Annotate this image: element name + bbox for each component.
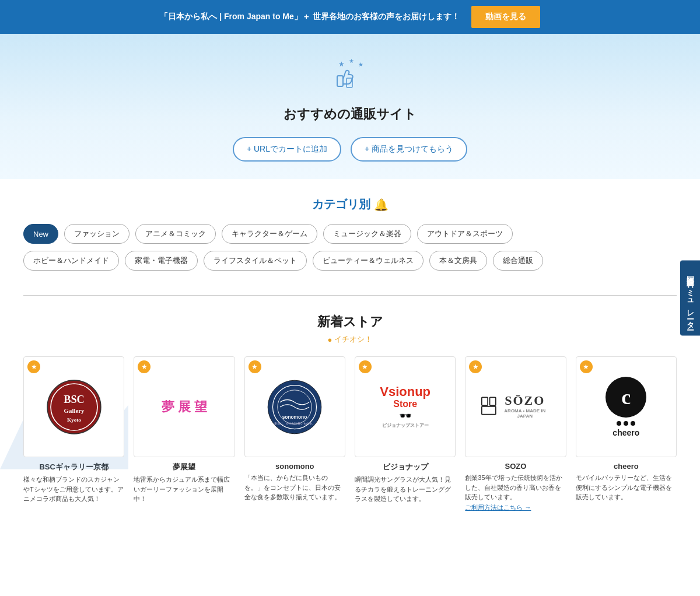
hero-buttons: + URLでカートに追加 + 商品を見つけてもらう (12, 137, 688, 162)
section-divider (23, 295, 677, 296)
store-name-3: ビジョナップ (355, 462, 456, 472)
category-tag-7[interactable]: 家電・電子機器 (125, 251, 198, 271)
hero-section: ★ ★ ★ おすすめの通販サイト + URLでカートに追加 + 商品を見つけても… (0, 34, 700, 179)
store-name-2: sonomono (244, 462, 345, 471)
store-logo-2: ★ sonomono 本当に、からだに良いものを。 (244, 356, 345, 457)
store-card-2[interactable]: ★ sonomono 本当に、からだに良いものを。 sonomono「本当に、か… (244, 356, 345, 512)
store-logo-0: ★ BSC Gallery Kyoto (23, 356, 124, 457)
store-card-5[interactable]: ★ c cheero cheeroモバイルバッテリーなど、生活を便利にするシンプ… (576, 356, 677, 512)
svg-rect-17 (482, 406, 496, 415)
store-name-1: 夢展望 (134, 462, 235, 472)
store-logo-3: ★ Vsionup Store 🕶️ ビジョナップストアー (355, 356, 456, 457)
category-tag-8[interactable]: ライフスタイル＆ペット (204, 251, 307, 271)
ichoshi-label: ● イチオシ！ (23, 334, 677, 345)
category-tag-0[interactable]: New (23, 224, 58, 244)
store-card-3[interactable]: ★ Vsionup Store 🕶️ ビジョナップストアー ビジョナップ瞬間調光… (355, 356, 456, 512)
top-banner: 「日本から私へ | From Japan to Me」＋ 世界各地のお客様の声を… (0, 0, 700, 34)
category-tag-1[interactable]: ファッション (64, 224, 130, 244)
category-tag-4[interactable]: ミュージック＆楽器 (323, 224, 411, 244)
store-logo-1: ★夢 展 望 (134, 356, 235, 457)
category-tag-10[interactable]: 本＆文房具 (429, 251, 487, 271)
svg-text:BSC: BSC (64, 394, 85, 405)
category-tag-3[interactable]: キャラクター＆ゲーム (222, 224, 317, 244)
svg-text:★: ★ (358, 61, 363, 68)
store-desc-2: 「本当に、からだに良いものを。」をコンセプトに、日本の安全な食を多数取り揃えてい… (244, 473, 345, 502)
store-desc-0: 様々な和柄ブランドのスカジャンやTシャツをご用意しています。アニメコラボ商品も大… (23, 475, 124, 504)
hero-title: おすすめの通販サイト (12, 106, 688, 123)
ichoshi-icon: ● (328, 335, 332, 344)
store-star-2: ★ (249, 360, 261, 373)
category-section: カテゴリ別 🔔 Newファッションアニメ＆コミックキャラクター＆ゲームミュージッ… (0, 179, 700, 283)
store-desc-4: 創業35年で培った伝統技術を活かした、自社製造の香り高いお香を販売しています。 (465, 473, 566, 502)
hero-icon: ★ ★ ★ (12, 57, 688, 99)
store-link-4[interactable]: ご利用方法はこちら → (465, 504, 531, 511)
store-star-3: ★ (359, 360, 372, 373)
store-desc-5: モバイルバッテリーなど、生活を便利にするシンプルな電子機器を販売しています。 (576, 473, 677, 502)
store-desc-3: 瞬間調光サングラスが大人気！見るチカラを鍛えるトレーニンググラスを製造しています… (355, 475, 456, 504)
stores-section: 新着ストア ● イチオシ！ ★ BSC Gallery Kyoto BSCギャラ… (0, 307, 700, 535)
svg-rect-3 (337, 76, 343, 86)
category-tag-9[interactable]: ビューティー＆ウェルネス (313, 251, 424, 271)
category-tag-11[interactable]: 総合通販 (493, 251, 543, 271)
store-name-0: BSCギャラリー京都 (23, 462, 124, 472)
category-tags-row1: Newファッションアニメ＆コミックキャラクター＆ゲームミュージック＆楽器アウトド… (23, 224, 677, 244)
store-logo-5: ★ c cheero (576, 356, 677, 457)
category-icon: 🔔 (374, 198, 388, 212)
category-title: カテゴリ別 🔔 (23, 197, 677, 212)
category-tags-row2: ホビー＆ハンドメイド家電・電子機器ライフスタイル＆ペットビューティー＆ウェルネス… (23, 251, 677, 271)
store-logo-4: ★ SŌZO AROMA • MADE IN JAPAN (465, 356, 566, 457)
category-tag-6[interactable]: ホビー＆ハンドメイド (23, 251, 119, 271)
find-product-button[interactable]: + 商品を見つけてもらう (351, 137, 467, 162)
add-url-button[interactable]: + URLでカートに追加 (233, 137, 341, 162)
banner-text: 「日本から私へ | From Japan to Me」＋ 世界各地のお客様の声を… (160, 12, 459, 22)
svg-text:本当に、からだに良いものを。: 本当に、からだに良いものを。 (274, 422, 315, 425)
store-star-0: ★ (27, 360, 40, 373)
side-tab[interactable]: 国際送料シミュレーター (680, 261, 700, 336)
svg-rect-15 (482, 397, 488, 405)
svg-text:Kyoto: Kyoto (67, 417, 81, 423)
store-card-4[interactable]: ★ SŌZO AROMA • MADE IN JAPAN SOZO創業35年で培… (465, 356, 566, 512)
category-tag-5[interactable]: アウトドア＆スポーツ (417, 224, 513, 244)
store-card-0[interactable]: ★ BSC Gallery Kyoto BSCギャラリー京都様々な和柄ブランドの… (23, 356, 124, 512)
svg-text:Gallery: Gallery (64, 407, 84, 414)
stores-grid: ★ BSC Gallery Kyoto BSCギャラリー京都様々な和柄ブランドの… (23, 356, 677, 512)
stores-title: 新着ストア (23, 313, 677, 331)
svg-rect-16 (490, 397, 496, 405)
store-desc-1: 地雷系からカジュアル系まで幅広いガーリーファッションを展開中！ (134, 475, 235, 504)
watch-video-button[interactable]: 動画を見る (471, 6, 540, 28)
store-card-1[interactable]: ★夢 展 望夢展望地雷系からカジュアル系まで幅広いガーリーファッションを展開中！ (134, 356, 235, 512)
svg-text:★: ★ (338, 60, 345, 68)
store-name-5: cheero (576, 462, 677, 471)
store-star-5: ★ (580, 360, 593, 373)
svg-text:sonomono: sonomono (282, 414, 307, 420)
store-name-4: SOZO (465, 462, 566, 471)
svg-text:★: ★ (349, 58, 354, 64)
category-tag-2[interactable]: アニメ＆コミック (135, 224, 216, 244)
